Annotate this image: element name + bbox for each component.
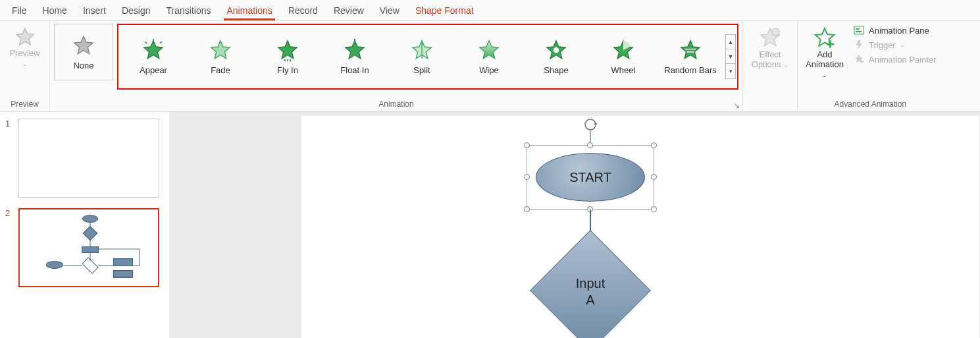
animation-pane-button[interactable]: Animation Pane [850, 24, 939, 37]
gallery-spinner: ▲ ▼ ▾ [725, 34, 736, 79]
flyin-label: Fly In [277, 65, 298, 75]
ribbon-tabs: File Home Insert Design Transitions Anim… [0, 0, 980, 21]
handle-e[interactable] [651, 174, 657, 180]
animation-float-in[interactable]: Float In [321, 26, 388, 87]
animation-wheel[interactable]: Wheel [590, 26, 657, 87]
animation-fly-in[interactable]: Fly In [254, 26, 321, 87]
svg-marker-1 [74, 36, 93, 53]
ribbon: Preview⌄ Preview None Appear Fade [0, 21, 980, 112]
animation-gallery: Appear Fade Fly In Float In [117, 24, 738, 90]
group-label-preview: Preview [4, 98, 45, 110]
shape-label: Shape [544, 65, 569, 75]
floatin-label: Float In [340, 65, 369, 75]
trigger-label: Trigger [869, 40, 896, 50]
svg-rect-29 [856, 28, 860, 30]
thumb-connectors [20, 210, 161, 289]
start-text: START [569, 170, 611, 185]
animation-painter-button: Animation Painter [850, 53, 939, 66]
animation-split[interactable]: Split [388, 26, 455, 87]
chevron-down-icon: ⌄ [822, 72, 827, 78]
svg-point-24 [772, 28, 779, 36]
slide-canvas[interactable]: START InputA [301, 116, 979, 338]
fade-star-icon [209, 39, 232, 61]
effect-options-icon [759, 26, 781, 49]
handle-ne[interactable] [651, 142, 657, 148]
floatin-star-icon [344, 39, 366, 61]
tab-review[interactable]: Review [326, 1, 372, 20]
svg-marker-0 [16, 28, 34, 45]
split-label: Split [413, 65, 430, 75]
svg-rect-30 [856, 31, 862, 32]
preview-label: Preview [9, 48, 39, 58]
flyin-star-icon [276, 39, 299, 61]
gallery-down-button[interactable]: ▼ [726, 49, 735, 64]
wipe-label: Wipe [479, 65, 499, 75]
tab-file[interactable]: File [4, 1, 35, 20]
animation-shape[interactable]: Shape [523, 26, 590, 87]
rotate-icon [583, 117, 598, 132]
svg-line-4 [145, 42, 147, 43]
tab-design[interactable]: Design [114, 1, 159, 20]
group-preview: Preview⌄ Preview [0, 21, 50, 111]
animation-painter-icon [853, 54, 865, 65]
svg-marker-7 [278, 40, 297, 58]
handle-w[interactable] [524, 174, 530, 180]
chevron-down-icon: ⌄ [900, 42, 905, 48]
chevron-down-icon: ⌄ [22, 61, 28, 67]
handle-sw[interactable] [524, 206, 530, 212]
svg-marker-40 [594, 123, 598, 125]
wipe-star-icon [478, 39, 500, 61]
rotation-handle[interactable] [583, 117, 598, 132]
tab-insert[interactable]: Insert [75, 1, 114, 20]
svg-marker-31 [856, 40, 862, 49]
gallery-up-button[interactable]: ▲ [726, 35, 735, 49]
split-star-icon [411, 39, 433, 61]
trigger-icon [853, 40, 865, 50]
handle-nw[interactable] [524, 142, 530, 148]
preview-star-icon [14, 26, 36, 47]
tab-transitions[interactable]: Transitions [159, 1, 219, 20]
animation-none[interactable]: None [54, 24, 113, 80]
appear-star-icon [142, 39, 165, 61]
preview-button[interactable]: Preview⌄ [4, 24, 45, 71]
handle-se[interactable] [651, 206, 657, 212]
add-animation-label: Add Animation [806, 49, 844, 69]
svg-rect-28 [854, 26, 864, 34]
animation-dialog-launcher[interactable]: ↘ [734, 101, 740, 110]
add-animation-icon [813, 26, 836, 49]
handle-n[interactable] [587, 142, 593, 148]
svg-marker-11 [346, 40, 364, 58]
none-star-icon [72, 34, 95, 57]
animation-random-bars[interactable]: Random Bars [657, 26, 724, 87]
group-label-advanced: Advanced Animation [802, 98, 939, 110]
slide-thumbnail-1[interactable] [18, 119, 159, 198]
slide-thumbnail-2[interactable] [18, 208, 159, 287]
tab-record[interactable]: Record [280, 1, 326, 20]
shape-start-ellipse[interactable]: START [536, 153, 645, 202]
slide-canvas-area: START InputA [170, 112, 980, 338]
slide-thumbnail-panel: 1 2 [0, 112, 170, 338]
svg-point-18 [554, 47, 559, 53]
appear-label: Appear [140, 65, 167, 75]
shape-star-icon [545, 39, 567, 61]
slide-number-1: 1 [5, 119, 14, 198]
group-label-animation: Animation [54, 98, 738, 110]
add-animation-button[interactable]: Add Animation ⌄ [802, 24, 848, 82]
randombars-star-icon [679, 39, 702, 61]
group-advanced-animation: Add Animation ⌄ Animation Pane Trigger ⌄… [798, 21, 943, 111]
svg-line-5 [160, 42, 162, 43]
gallery-more-button[interactable]: ▾ [726, 64, 735, 78]
fade-label: Fade [211, 65, 230, 75]
svg-rect-33 [860, 61, 864, 63]
tab-animations[interactable]: Animations [219, 1, 280, 20]
animation-fade[interactable]: Fade [187, 26, 254, 87]
group-effect-options: Effect Options ⌄ [743, 21, 797, 111]
animation-appear[interactable]: Appear [120, 26, 187, 87]
animation-painter-label: Animation Painter [869, 55, 937, 65]
tab-view[interactable]: View [372, 1, 407, 20]
svg-marker-16 [480, 40, 498, 58]
tab-home[interactable]: Home [35, 1, 75, 20]
animation-wipe[interactable]: Wipe [455, 26, 523, 87]
tab-shape-format[interactable]: Shape Format [407, 1, 482, 20]
animation-pane-label: Animation Pane [869, 26, 929, 36]
